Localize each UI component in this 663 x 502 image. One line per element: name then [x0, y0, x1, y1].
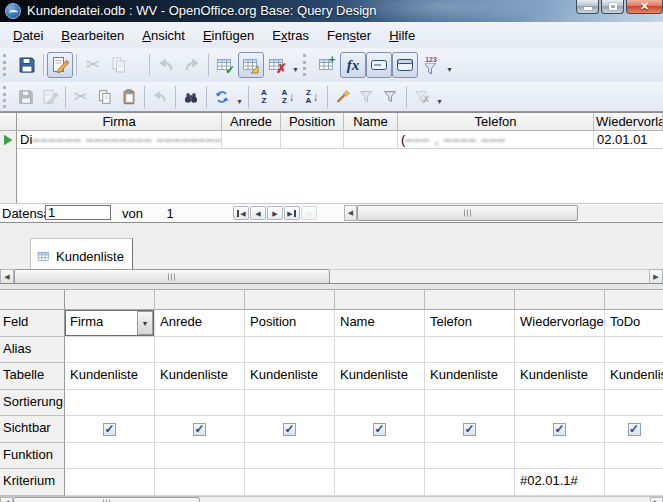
- refresh-button[interactable]: [210, 85, 234, 109]
- design-column-header[interactable]: [65, 290, 155, 310]
- funktion-cell[interactable]: [425, 443, 515, 469]
- chevron-down-icon[interactable]: ▼: [137, 311, 153, 335]
- toolbar-grip[interactable]: [303, 54, 310, 76]
- redo-button[interactable]: [179, 52, 205, 78]
- design-column-header[interactable]: [425, 290, 515, 310]
- close-button[interactable]: ✕: [626, 0, 663, 14]
- undo-button[interactable]: [153, 52, 179, 78]
- edit-data-button[interactable]: [38, 85, 62, 109]
- minimize-button[interactable]: [576, 0, 599, 14]
- visible-checkbox[interactable]: ✓: [628, 423, 641, 436]
- feld-cell[interactable]: Name: [335, 310, 425, 337]
- sort-ascending-button[interactable]: AZ↓: [276, 85, 300, 109]
- scroll-left-button[interactable]: ◀: [0, 269, 14, 284]
- tabelle-cell[interactable]: Kundenliste: [65, 363, 155, 390]
- table-row[interactable]: Di‒‒‒‒‒‒ ‒‒‒‒‒‒‒‒ ‒‒‒‒‒‒‒‒‒ (‒‒‒ , ‒‒‒‒ …: [17, 131, 663, 149]
- cut-button2[interactable]: ✂: [69, 85, 93, 109]
- record-number-input[interactable]: [45, 205, 111, 220]
- auto-filter-button[interactable]: [331, 85, 355, 109]
- tabelle-cell[interactable]: Kundenliste: [425, 363, 515, 390]
- scrollbar-thumb[interactable]: [357, 205, 578, 221]
- sort-button[interactable]: AZ: [252, 85, 276, 109]
- feld-cell[interactable]: Wiedervorlage: [515, 310, 605, 337]
- feld-cell-firma[interactable]: Firma▼: [65, 310, 155, 337]
- tabelle-cell[interactable]: Kundenliste: [155, 363, 245, 390]
- previous-record-button[interactable]: ◀: [250, 206, 266, 220]
- sichtbar-cell[interactable]: ✓: [515, 416, 605, 443]
- sichtbar-cell[interactable]: ✓: [155, 416, 245, 443]
- tabelle-cell[interactable]: Kundenliste: [605, 363, 663, 390]
- sort-descending-button[interactable]: ZA↓: [300, 85, 324, 109]
- alias-cell[interactable]: [515, 337, 605, 363]
- sichtbar-cell[interactable]: ✓: [65, 416, 155, 443]
- paste-button[interactable]: [117, 85, 141, 109]
- last-record-button[interactable]: ▶: [284, 206, 300, 220]
- feld-cell[interactable]: Telefon: [425, 310, 515, 337]
- funktion-cell[interactable]: [605, 443, 663, 469]
- pane-splitter[interactable]: [0, 283, 663, 290]
- clear-query-button[interactable]: ✗: [264, 52, 290, 78]
- functions-button[interactable]: fx: [340, 52, 366, 78]
- column-header-firma[interactable]: Firma: [17, 113, 222, 131]
- cell-position[interactable]: [281, 131, 344, 148]
- undo-data-button[interactable]: [148, 85, 172, 109]
- column-header-wiedervorlage[interactable]: Wiedervorlage: [594, 113, 663, 131]
- alias-button[interactable]: [366, 52, 392, 78]
- apply-filter-button[interactable]: [355, 85, 379, 109]
- visible-checkbox[interactable]: ✓: [463, 423, 476, 436]
- alias-cell[interactable]: [245, 337, 335, 363]
- funktion-cell[interactable]: [335, 443, 425, 469]
- visible-checkbox[interactable]: ✓: [283, 423, 296, 436]
- cell-firma[interactable]: Di‒‒‒‒‒‒ ‒‒‒‒‒‒‒‒ ‒‒‒‒‒‒‒‒‒: [17, 131, 222, 148]
- remove-filter-button[interactable]: ✗: [410, 85, 434, 109]
- cell-telefon[interactable]: (‒‒‒ , ‒‒‒‒ ‒‒‒: [398, 131, 594, 148]
- alias-cell[interactable]: [335, 337, 425, 363]
- design-grid-corner[interactable]: [0, 290, 65, 310]
- menu-bearbeiten[interactable]: Bearbeiten: [52, 25, 133, 46]
- cut-button[interactable]: ✂: [80, 52, 106, 78]
- tabelle-cell[interactable]: Kundenliste: [335, 363, 425, 390]
- kriterium-cell[interactable]: [335, 469, 425, 496]
- column-header-anrede[interactable]: Anrede: [222, 113, 281, 131]
- feld-cell[interactable]: ToDo: [605, 310, 663, 337]
- menu-einfuegen[interactable]: Einfügen: [194, 25, 263, 46]
- find-record-button[interactable]: [179, 85, 203, 109]
- alias-cell[interactable]: [605, 337, 663, 363]
- scroll-right-button[interactable]: ▶: [649, 269, 663, 284]
- menu-datei[interactable]: Datei: [4, 25, 52, 46]
- maximize-button[interactable]: [601, 0, 624, 14]
- toolbar-options-button[interactable]: ▼: [444, 53, 455, 77]
- toolbar-options-button[interactable]: ▼: [434, 85, 445, 109]
- next-record-button[interactable]: ▶: [267, 206, 283, 220]
- run-query-button[interactable]: ✓: [212, 52, 238, 78]
- sichtbar-cell[interactable]: ✓: [425, 416, 515, 443]
- new-record-button[interactable]: ○: [301, 206, 317, 220]
- copy-button2[interactable]: [93, 85, 117, 109]
- kriterium-cell[interactable]: [425, 469, 515, 496]
- table-name-button[interactable]: [392, 52, 418, 78]
- sortierung-cell[interactable]: [155, 390, 245, 416]
- design-column-header[interactable]: [605, 290, 663, 310]
- cell-anrede[interactable]: [222, 131, 281, 148]
- column-header-name[interactable]: Name: [344, 113, 398, 131]
- sortierung-cell[interactable]: [515, 390, 605, 416]
- funktion-cell[interactable]: [245, 443, 335, 469]
- scroll-left-button[interactable]: ◀: [344, 205, 357, 221]
- visible-checkbox[interactable]: ✓: [193, 423, 206, 436]
- feld-cell[interactable]: Position: [245, 310, 335, 337]
- sortierung-cell[interactable]: [245, 390, 335, 416]
- design-column-header[interactable]: [155, 290, 245, 310]
- kriterium-cell[interactable]: [605, 469, 663, 496]
- kriterium-cell[interactable]: #02.01.1#: [515, 469, 605, 496]
- toolbar-options-button[interactable]: ▼: [290, 53, 301, 77]
- toolbar-grip[interactable]: [3, 54, 10, 76]
- alias-cell[interactable]: [65, 337, 155, 363]
- sortierung-cell[interactable]: [65, 390, 155, 416]
- sichtbar-cell[interactable]: ✓: [605, 416, 663, 443]
- visible-checkbox[interactable]: ✓: [103, 423, 116, 436]
- menu-fenster[interactable]: Fenster: [318, 25, 380, 46]
- cell-name[interactable]: [344, 131, 398, 148]
- standard-filter-button[interactable]: [379, 85, 403, 109]
- kriterium-cell[interactable]: [155, 469, 245, 496]
- visible-checkbox[interactable]: ✓: [553, 423, 566, 436]
